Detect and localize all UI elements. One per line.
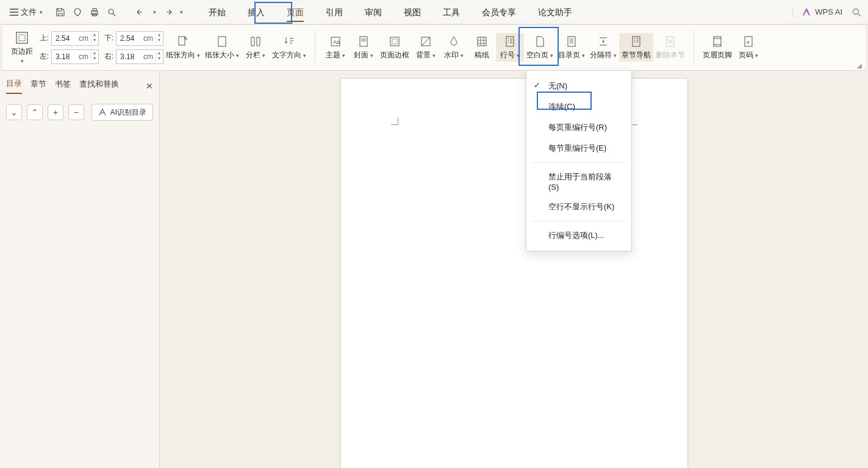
tab-review[interactable]: 审阅 — [354, 1, 393, 23]
page-number-button[interactable]: # 页码▾ — [734, 33, 762, 62]
save-icon[interactable] — [55, 7, 66, 18]
toc-page-icon — [564, 34, 579, 49]
line-number-menu: ✓ 无(N) 连续(C) 每页重编行号(R) 每节重编行号(E) 禁止用于当前段… — [526, 70, 632, 251]
cover-button[interactable]: 封面▾ — [350, 33, 378, 62]
file-menu-label: 文件 — [21, 7, 37, 18]
tab-page[interactable]: 页面 — [276, 1, 315, 23]
svg-rect-8 — [218, 37, 226, 46]
line-number-button[interactable]: 行号▾ — [496, 33, 524, 62]
tab-tools[interactable]: 工具 — [432, 1, 471, 23]
blank-page-icon — [533, 34, 547, 49]
spin-down-icon[interactable]: ▾ — [91, 38, 97, 43]
tab-start[interactable]: 开始 — [198, 1, 237, 23]
menu-item-restart-section[interactable]: 每节重编行号(E) — [526, 138, 631, 159]
paper-orientation-button[interactable]: 纸张方向▾ — [163, 33, 203, 62]
undo-icon[interactable] — [135, 7, 146, 18]
menu-item-options[interactable]: 行编号选项(L)... — [526, 225, 631, 246]
margin-unit: cm — [79, 34, 88, 43]
chevron-down-icon: ▾ — [262, 52, 265, 59]
redo-dropdown-icon[interactable]: ▾ — [180, 9, 183, 15]
theme-button[interactable]: Aa 主题▾ — [321, 33, 350, 62]
spin-down-icon[interactable]: ▾ — [91, 57, 97, 62]
columns-button[interactable]: 分栏▾ — [242, 33, 270, 62]
margin-right-value: 3.18 — [120, 52, 143, 61]
chevron-down-icon: ▾ — [236, 52, 239, 59]
file-menu[interactable]: 文件 ▾ — [6, 4, 46, 20]
chevron-down-icon: ▾ — [432, 52, 436, 59]
svg-rect-16 — [506, 37, 514, 46]
wps-ai-label: WPS AI — [815, 7, 842, 16]
redo-icon[interactable] — [162, 7, 173, 18]
header-footer-button[interactable]: 页眉页脚 — [700, 33, 734, 62]
paper-size-button[interactable]: 纸张大小▾ — [203, 33, 242, 62]
toc-page-button[interactable]: 目录页▾ — [556, 33, 587, 62]
blank-page-label: 空白页 — [526, 50, 548, 60]
margin-left-input[interactable]: 3.18 cm ▴▾ — [51, 49, 99, 64]
tab-insert[interactable]: 插入 — [237, 1, 276, 23]
page-border-button[interactable]: 页面边框 — [378, 33, 412, 62]
menu-item-restart-page[interactable]: 每页重编行号(R) — [526, 117, 631, 138]
watermark-icon — [447, 34, 461, 49]
wps-ai-button[interactable]: WPS AI — [802, 7, 842, 17]
menu-item-none[interactable]: ✓ 无(N) — [526, 76, 631, 96]
ribbon-dialog-launcher-icon[interactable]: ◢ — [857, 62, 862, 69]
watermark-button[interactable]: 水印▾ — [440, 33, 468, 62]
document-canvas[interactable] — [160, 71, 868, 468]
paper-orientation-label: 纸张方向 — [166, 50, 195, 60]
check-icon: ✓ — [534, 81, 540, 90]
margin-left-label: 左: — [37, 51, 49, 62]
page-margins-button[interactable]: 页边距 ▾ — [11, 31, 33, 64]
tab-reference[interactable]: 引用 — [315, 1, 354, 23]
blank-page-button[interactable]: 空白页▾ — [524, 33, 556, 62]
tab-member[interactable]: 会员专享 — [471, 1, 527, 23]
svg-point-4 — [853, 9, 859, 14]
close-icon[interactable]: ✕ — [146, 81, 153, 91]
header-footer-label: 页眉页脚 — [703, 50, 732, 60]
menu-item-continuous[interactable]: 连续(C) — [526, 96, 631, 117]
side-tab-bookmark[interactable]: 书签 — [55, 79, 71, 93]
side-tab-find[interactable]: 查找和替换 — [79, 79, 119, 93]
print-quick-icon[interactable] — [72, 7, 83, 18]
paper-size-label: 纸张大小 — [205, 50, 234, 60]
collapse-up-button[interactable]: ⌃ — [27, 104, 43, 120]
svg-rect-20 — [714, 37, 721, 46]
menu-item-suppress-current[interactable]: 禁止用于当前段落(S) — [526, 167, 631, 196]
menu-item-restart-section-label: 每节重编行号(E) — [548, 143, 606, 153]
svg-rect-7 — [179, 37, 185, 45]
menu-item-hide-blank[interactable]: 空行不显示行号(K) — [526, 196, 631, 217]
ai-toc-button[interactable]: AI识别目录 — [91, 104, 153, 121]
undo-dropdown-icon[interactable]: ▾ — [153, 9, 156, 15]
spin-down-icon[interactable]: ▾ — [156, 38, 162, 43]
delete-section-button: 删除本节 — [653, 33, 687, 62]
separator-button[interactable]: 分隔符▾ — [587, 33, 619, 62]
print-icon[interactable] — [89, 7, 100, 18]
delete-section-label: 删除本节 — [656, 50, 685, 60]
background-button[interactable]: 背景▾ — [412, 33, 440, 62]
margin-right-input[interactable]: 3.18 cm ▴▾ — [116, 49, 163, 64]
margin-bottom-input[interactable]: 2.54 cm ▴▾ — [116, 31, 163, 46]
manuscript-button[interactable]: 稿纸 — [468, 33, 496, 62]
margin-bottom-value: 2.54 — [120, 34, 143, 43]
add-button[interactable]: + — [48, 104, 63, 120]
header-footer-icon — [710, 34, 725, 49]
section-nav-button[interactable]: 章节导航 — [619, 33, 653, 62]
spin-down-icon[interactable]: ▾ — [156, 57, 162, 62]
side-tab-toc[interactable]: 目录 — [6, 78, 22, 94]
chevron-down-icon: ▾ — [582, 52, 585, 59]
side-tab-section[interactable]: 章节 — [30, 79, 46, 93]
tab-thesis[interactable]: 论文助手 — [527, 1, 583, 23]
chevron-down-icon: ▾ — [614, 52, 617, 59]
margin-top-input[interactable]: 2.54 cm ▴▾ — [51, 31, 99, 46]
columns-icon — [248, 34, 263, 49]
page-margins-label: 页边距 — [11, 46, 33, 57]
remove-button[interactable]: − — [68, 104, 84, 120]
print-preview-icon[interactable] — [106, 7, 117, 18]
text-direction-button[interactable]: 文字方向▾ — [270, 33, 309, 62]
cover-label: 封面 — [354, 50, 368, 60]
ai-logo-icon — [802, 7, 811, 17]
search-icon[interactable] — [851, 7, 862, 18]
chevron-down-icon: ▾ — [370, 52, 373, 59]
expand-down-button[interactable]: ⌄ — [6, 104, 22, 120]
tab-view[interactable]: 视图 — [393, 1, 432, 23]
paper-size-icon — [215, 34, 229, 49]
